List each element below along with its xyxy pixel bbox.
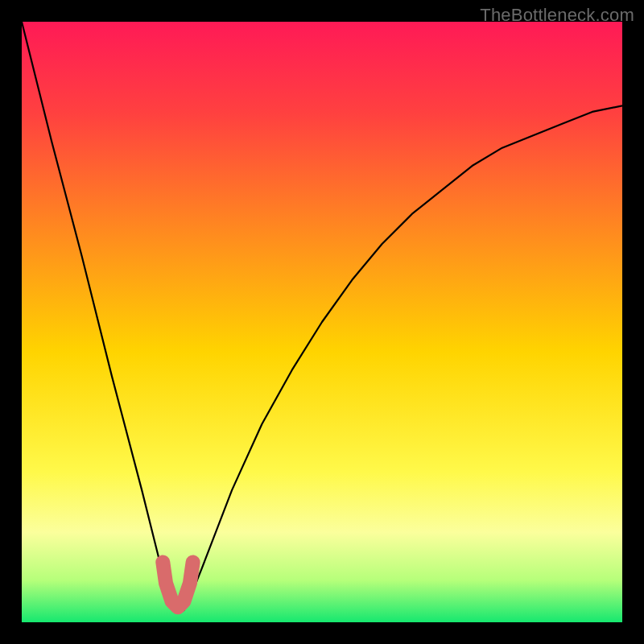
chart-outer-frame: TheBottleneck.com bbox=[0, 0, 644, 644]
chart-svg bbox=[22, 22, 622, 622]
watermark-text: TheBottleneck.com bbox=[480, 5, 634, 26]
plot-area bbox=[22, 22, 622, 622]
